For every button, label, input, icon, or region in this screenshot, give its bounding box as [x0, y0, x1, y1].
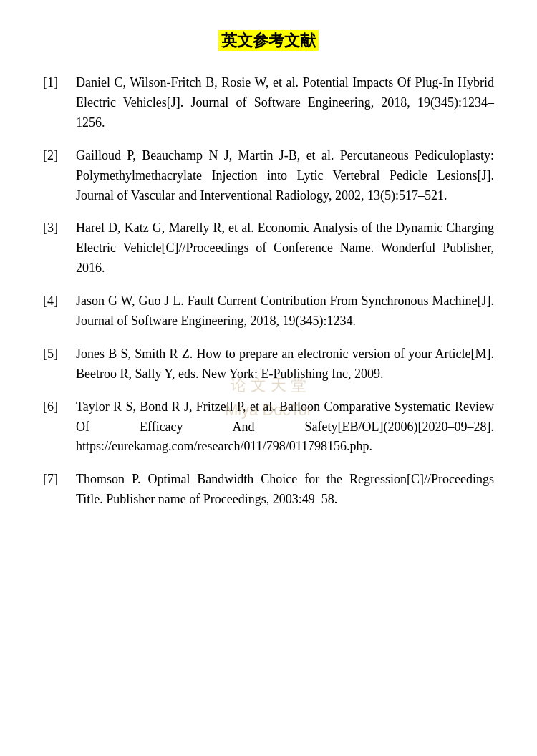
reference-item: [5]Jones B S, Smith R Z. How to prepare … — [43, 344, 494, 384]
reference-item: [6]Taylor R S, Bond R J, Fritzell P, et … — [43, 397, 494, 457]
reference-item: [3]Harel D, Katz G, Marelly R, et al. Ec… — [43, 218, 494, 278]
ref-number: [1] — [43, 73, 76, 133]
ref-content: Daniel C, Wilson-Fritch B, Rosie W, et a… — [76, 73, 494, 133]
ref-number: [2] — [43, 146, 76, 206]
title-text: 英文参考文献 — [218, 30, 319, 51]
ref-content: Jones B S, Smith R Z. How to prepare an … — [76, 344, 494, 384]
ref-number: [7] — [43, 470, 76, 510]
ref-content: Thomson P. Optimal Bandwidth Choice for … — [76, 470, 494, 510]
ref-number: [5] — [43, 344, 76, 384]
reference-item: [4]Jason G W, Guo J L. Fault Current Con… — [43, 291, 494, 331]
references-list: [1]Daniel C, Wilson-Fritch B, Rosie W, e… — [43, 73, 494, 510]
ref-number: [3] — [43, 218, 76, 278]
ref-content: Harel D, Katz G, Marelly R, et al. Econo… — [76, 218, 494, 278]
reference-item: [1]Daniel C, Wilson-Fritch B, Rosie W, e… — [43, 73, 494, 133]
ref-content: Jason G W, Guo J L. Fault Current Contri… — [76, 291, 494, 331]
reference-item: [2]Gailloud P, Beauchamp N J, Martin J-B… — [43, 146, 494, 206]
ref-content: Taylor R S, Bond R J, Fritzell P, et al.… — [76, 397, 494, 457]
ref-content: Gailloud P, Beauchamp N J, Martin J-B, e… — [76, 146, 494, 206]
ref-number: [4] — [43, 291, 76, 331]
reference-item: [7]Thomson P. Optimal Bandwidth Choice f… — [43, 470, 494, 510]
ref-number: [6] — [43, 397, 76, 457]
page-title: 英文参考文献 — [43, 29, 494, 53]
